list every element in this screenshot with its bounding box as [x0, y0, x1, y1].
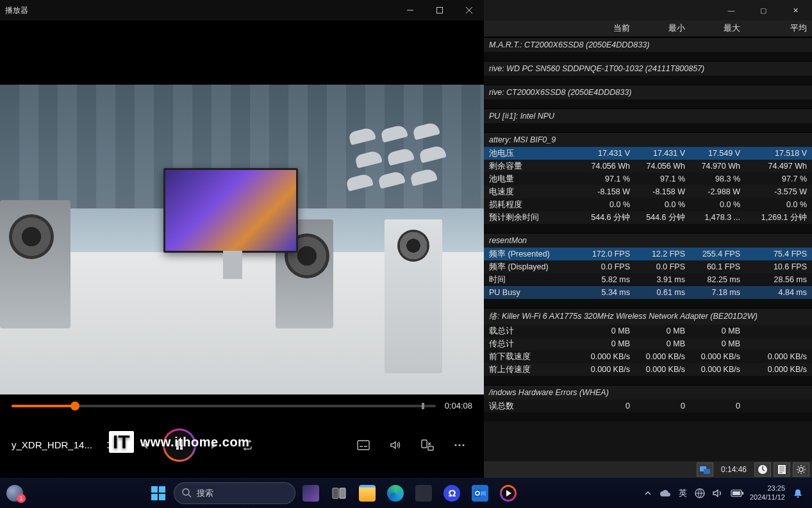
sensor-row[interactable]: 前上传速度0.000 KB/s0.000 KB/s0.000 KB/s0.000… [484, 363, 812, 376]
decor-tower-speaker [385, 219, 442, 373]
windows-logo-icon [151, 486, 165, 500]
timecode: 0:04:08 [445, 401, 472, 411]
sensor-row[interactable]: 频率 (Presented)172.0 FPS12.2 FPS255.4 FPS… [484, 248, 812, 260]
svg-rect-5 [437, 8, 443, 13]
network-icon[interactable] [697, 462, 713, 477]
sensor-row[interactable]: 前下载速度0.000 KB/s0.000 KB/s0.000 KB/s0.000… [484, 350, 812, 363]
minimize-button[interactable]: — [717, 1, 745, 19]
app-edge[interactable] [383, 480, 408, 506]
svg-rect-1 [704, 469, 710, 474]
tray-battery-icon[interactable] [731, 489, 743, 497]
sensor-row[interactable]: 频率 (Displayed)0.0 FPS0.0 FPS60.1 FPS10.6… [484, 260, 812, 273]
sensor-row[interactable]: 传总计0 MB0 MB0 MB [484, 337, 812, 350]
filename-label: y_XDR_HDR_14... [12, 439, 92, 450]
sensor-row[interactable]: 池电量97.1 %97.1 %98.3 %97.7 % [484, 173, 812, 185]
player-minimize-button[interactable] [395, 0, 425, 21]
taskbar: 1 搜索 Ω 英 23:25 2024/11/12 [0, 478, 812, 508]
sensor-row[interactable]: 时间5.82 ms3.91 ms82.25 ms28.56 ms [484, 273, 812, 286]
svg-rect-9 [422, 440, 427, 448]
sensor-group[interactable]: rive: WD PC SN560 SDDPNQE-1T00-1032 (241… [484, 61, 812, 76]
player-maximize-button[interactable] [425, 0, 454, 21]
sensor-row[interactable]: 预计剩余时间544.6 分钟544.6 分钟1,478.3 ...1,269.1… [484, 211, 812, 224]
col-avg: 平均 [745, 23, 812, 34]
media-player-window: 播放器 0:04:08 y_XDR_HDR_14... [0, 0, 484, 478]
sensor-row[interactable]: 损耗程度0.0 %0.0 %0.0 %0.0 % [484, 198, 812, 211]
app-explorer[interactable] [354, 480, 380, 506]
decor-speaker-left [0, 200, 70, 328]
decor-sneaker-wall [343, 123, 471, 213]
sensor-group[interactable]: PU [#1]: Intel NPU [484, 108, 812, 123]
watermark: IT www.ithome.com [109, 431, 249, 453]
col-max: 最大 [690, 23, 745, 34]
app-copilot[interactable] [298, 480, 324, 506]
search-icon [182, 488, 192, 498]
player-close-button[interactable] [454, 0, 484, 21]
clock-date: 2024/11/12 [750, 493, 785, 502]
subtitle-button[interactable] [351, 432, 376, 458]
decor-monitor [163, 168, 298, 253]
log-icon[interactable] [774, 462, 790, 477]
app-outlook[interactable] [467, 480, 493, 506]
player-titlebar[interactable]: 播放器 [0, 0, 484, 21]
sensor-group[interactable]: 络: Killer Wi-Fi 6 AX1775s 320MHz Wireles… [484, 308, 812, 325]
svg-point-4 [799, 468, 803, 471]
svg-rect-16 [340, 488, 345, 498]
system-tray[interactable]: 英 [644, 487, 743, 499]
svg-point-11 [454, 444, 456, 446]
maximize-button[interactable]: ▢ [749, 1, 777, 19]
player-title: 播放器 [0, 5, 395, 16]
tray-cloud-icon[interactable] [659, 489, 671, 498]
hwinfo-statusbar: 0:14:46 [484, 461, 812, 478]
hwinfo-window: — ▢ ✕ 当前 最小 最大 平均 M.A.R.T.: CT2000X6SSD8… [484, 0, 812, 478]
app-taskview[interactable] [326, 480, 352, 506]
taskbar-weather[interactable]: 1 [6, 485, 23, 502]
sensor-row[interactable]: 池电压17.431 V17.431 V17.549 V17.518 V [484, 147, 812, 160]
tray-chevron-icon[interactable] [644, 489, 652, 497]
weather-icon: 1 [6, 485, 23, 502]
sensor-group[interactable]: M.A.R.T.: CT2000X6SSD8 (2050E4DDD833) [484, 37, 812, 52]
svg-rect-22 [742, 492, 743, 495]
svg-rect-15 [333, 488, 338, 498]
search-placeholder: 搜索 [197, 487, 213, 499]
sensor-row[interactable]: 剩余容量74.056 Wh74.056 Wh74.970 Wh74.497 Wh [484, 160, 812, 173]
svg-rect-21 [733, 491, 740, 495]
app-store[interactable] [411, 480, 436, 506]
ime-indicator[interactable]: 英 [679, 487, 687, 499]
notification-button[interactable] [791, 487, 804, 500]
miniplayer-button[interactable] [415, 432, 440, 458]
svg-point-13 [462, 444, 464, 446]
watermark-logo: IT [109, 431, 134, 453]
clock-icon[interactable] [754, 462, 771, 477]
volume-button[interactable] [383, 432, 408, 458]
start-button[interactable] [145, 480, 171, 506]
sensor-group[interactable]: rive: CT2000X6SSD8 (2050E4DDD833) [484, 85, 812, 99]
video-frame [0, 85, 484, 394]
sensor-group[interactable]: attery: MSI BIF0_9 [484, 132, 812, 147]
clock-time: 23:25 [750, 484, 785, 493]
seek-bar[interactable] [12, 405, 436, 407]
sensor-group[interactable]: resentMon [484, 233, 812, 248]
tray-network-icon[interactable] [695, 488, 705, 498]
sensor-group[interactable]: /indows Hardware Errors (WHEA) [484, 385, 812, 400]
sensor-row[interactable]: 电速度-8.158 W-8.158 W-2.988 W-3.575 W [484, 185, 812, 198]
sensor-row[interactable]: 载总计0 MB0 MB0 MB [484, 325, 812, 337]
video-viewport[interactable] [0, 21, 484, 394]
app-mediaplayer[interactable] [495, 480, 521, 506]
hwinfo-titlebar[interactable]: — ▢ ✕ [484, 0, 812, 21]
svg-rect-10 [428, 446, 433, 450]
tray-volume-icon[interactable] [713, 489, 723, 498]
more-button[interactable] [447, 432, 472, 458]
sensor-row[interactable]: 误总数000 [484, 400, 812, 412]
taskbar-clock[interactable]: 23:25 2024/11/12 [750, 484, 785, 501]
svg-point-12 [458, 444, 460, 446]
app-omega[interactable]: Ω [439, 480, 465, 506]
watermark-url: www.ithome.com [140, 435, 250, 450]
sensor-row[interactable]: PU Busy5.34 ms0.61 ms7.18 ms4.84 ms [484, 286, 812, 299]
svg-rect-8 [358, 441, 369, 450]
taskbar-search[interactable]: 搜索 [174, 482, 295, 504]
hwinfo-elapsed: 0:14:46 [716, 465, 752, 474]
settings-icon[interactable] [793, 462, 809, 477]
close-button[interactable]: ✕ [781, 1, 809, 19]
svg-point-14 [183, 489, 189, 495]
hwinfo-body[interactable]: M.A.R.T.: CT2000X6SSD8 (2050E4DDD833)riv… [484, 37, 812, 461]
